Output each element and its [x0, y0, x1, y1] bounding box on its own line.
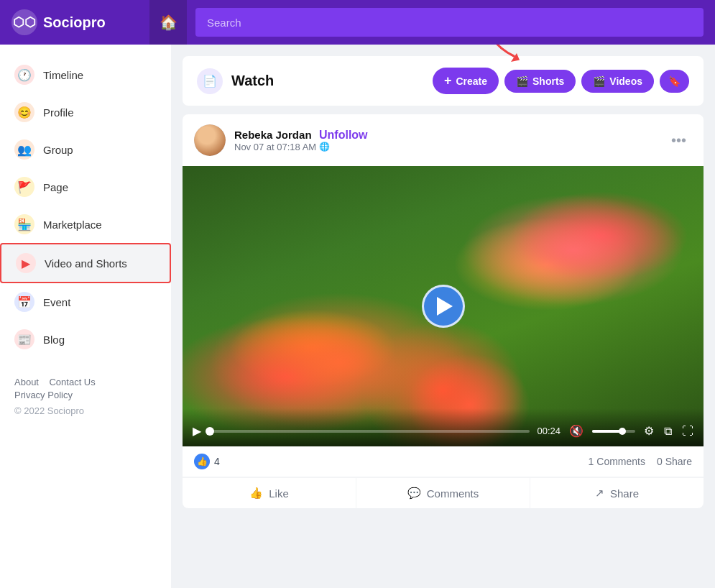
plus-icon: +	[444, 73, 452, 88]
post-author-line: Rebeka Jordan Unfollow	[234, 129, 657, 142]
comment-action-label: Comments	[427, 487, 479, 500]
copyright: © 2022 Sociopro	[14, 405, 157, 416]
watch-icon: 📄	[197, 68, 223, 94]
play-triangle-icon	[437, 297, 453, 316]
watch-header-card: 📄 Watch + Create 🎬 Shorts 🎬 Videos 🔖	[183, 56, 704, 106]
volume-bar[interactable]	[592, 430, 635, 433]
post-card: Rebeka Jordan Unfollow Nov 07 at 07:18 A…	[183, 114, 704, 508]
play-pause-button[interactable]: ▶	[191, 423, 203, 439]
comment-action-button[interactable]: 💬 Comments	[356, 478, 530, 508]
timeline-icon: 🕐	[14, 65, 34, 85]
sidebar-item-label: Event	[43, 296, 70, 308]
bookmark-icon: 🔖	[668, 75, 681, 87]
topnav: ⬡⬡ Sociopro 🏠	[0, 0, 715, 45]
marketplace-icon: 🏪	[14, 214, 34, 234]
like-action-label: Like	[269, 487, 289, 500]
sidebar-item-label: Video and Shorts	[45, 257, 127, 270]
post-header: Rebeka Jordan Unfollow Nov 07 at 07:18 A…	[183, 114, 704, 166]
sidebar-item-event[interactable]: 📅 Event	[0, 283, 171, 321]
search-input[interactable]	[195, 8, 704, 37]
share-action-label: Share	[610, 487, 639, 500]
profile-icon: 😊	[14, 102, 34, 122]
sidebar-item-marketplace[interactable]: 🏪 Marketplace	[0, 206, 171, 243]
sidebar-footer: About Contact Us Privacy Policy © 2022 S…	[0, 364, 171, 428]
avatar-image	[194, 124, 226, 156]
like-action-button[interactable]: 👍 Like	[183, 478, 356, 508]
comment-action-icon: 💬	[407, 487, 421, 500]
time-display: 00:24	[537, 426, 561, 436]
shares-label: Share	[665, 456, 692, 467]
volume-fill	[592, 430, 622, 433]
page-icon: 🚩	[14, 177, 34, 197]
create-button[interactable]: + Create	[433, 68, 499, 94]
sidebar-item-label: Blog	[43, 334, 65, 346]
group-icon: 👥	[14, 139, 34, 160]
shares-stat: 0 Share	[657, 456, 692, 467]
volume-thumb	[619, 428, 626, 435]
post-timestamp: Nov 07 at 07:18 AM 🌐	[234, 142, 657, 152]
like-count: 👍 4	[194, 454, 220, 469]
sidebar: 🕐 Timeline 😊 Profile 👥 Group 🚩 Page 🏪 Ma…	[0, 45, 171, 588]
unfollow-button[interactable]: Unfollow	[319, 129, 368, 141]
svg-marker-0	[511, 53, 520, 62]
app-name: Sociopro	[43, 14, 106, 31]
logo: ⬡⬡ Sociopro	[11, 9, 141, 35]
privacy-link[interactable]: Privacy Policy	[14, 390, 73, 400]
sidebar-item-page[interactable]: 🚩 Page	[0, 168, 171, 206]
sidebar-item-group[interactable]: 👥 Group	[0, 131, 171, 168]
play-button-center[interactable]	[422, 285, 465, 328]
settings-button[interactable]: ⚙	[642, 423, 655, 439]
post-author: Rebeka Jordan	[234, 129, 312, 141]
comment-share-count: 1 Comments 0 Share	[589, 456, 692, 467]
progress-bar[interactable]	[210, 430, 530, 433]
video-player[interactable]: ▶ 00:24 🔇 ⚙ ⧉ ⛶	[183, 166, 704, 446]
likes-number: 4	[214, 456, 220, 467]
share-action-button[interactable]: ↗ Share	[530, 478, 704, 508]
sidebar-item-timeline[interactable]: 🕐 Timeline	[0, 56, 171, 93]
logo-icon: ⬡⬡	[11, 9, 37, 35]
fullscreen-button[interactable]: ⛶	[681, 423, 695, 439]
mute-button[interactable]: 🔇	[568, 423, 585, 439]
home-button[interactable]: 🏠	[149, 0, 187, 45]
contact-link[interactable]: Contact Us	[49, 377, 95, 387]
sidebar-item-label: Group	[43, 144, 73, 156]
video-icon: ▶	[16, 253, 36, 273]
sidebar-item-label: Profile	[43, 106, 74, 119]
sidebar-item-video-and-shorts[interactable]: ▶ Video and Shorts	[0, 243, 171, 283]
blog-icon: 📰	[14, 329, 34, 349]
post-actions: 👍 Like 💬 Comments ↗ Share	[183, 477, 704, 508]
video-controls: ▶ 00:24 🔇 ⚙ ⧉ ⛶	[183, 408, 704, 446]
sidebar-item-blog[interactable]: 📰 Blog	[0, 321, 171, 358]
post-meta: Rebeka Jordan Unfollow Nov 07 at 07:18 A…	[234, 129, 657, 152]
share-action-icon: ↗	[595, 487, 604, 500]
create-label: Create	[456, 75, 487, 87]
comments-stat: 1 Comments	[589, 456, 645, 467]
watch-actions: + Create 🎬 Shorts 🎬 Videos 🔖	[433, 68, 689, 94]
timestamp-text: Nov 07 at 07:18 AM	[234, 142, 316, 152]
avatar	[194, 124, 226, 156]
sidebar-item-label: Marketplace	[43, 219, 102, 231]
like-thumb-icon: 👍	[194, 454, 210, 469]
sidebar-item-label: Timeline	[43, 69, 83, 81]
videos-label: Videos	[609, 75, 642, 87]
post-more-button[interactable]: •••	[665, 129, 692, 152]
pip-button[interactable]: ⧉	[663, 423, 673, 439]
main-layout: 🕐 Timeline 😊 Profile 👥 Group 🚩 Page 🏪 Ma…	[0, 0, 715, 588]
sidebar-item-label: Page	[43, 181, 68, 193]
videos-button[interactable]: 🎬 Videos	[581, 70, 654, 93]
watch-title: Watch	[231, 73, 424, 89]
comments-label: Comments	[596, 456, 645, 467]
like-action-icon: 👍	[249, 487, 263, 500]
sidebar-item-profile[interactable]: 😊 Profile	[0, 93, 171, 131]
post-stats: 👍 4 1 Comments 0 Share	[183, 446, 704, 477]
shorts-button[interactable]: 🎬 Shorts	[504, 70, 576, 93]
shorts-label: Shorts	[532, 75, 564, 87]
main-content: 📄 Watch + Create 🎬 Shorts 🎬 Videos 🔖	[171, 45, 715, 588]
about-link[interactable]: About	[14, 377, 39, 387]
globe-icon: 🌐	[319, 142, 330, 152]
shorts-video-icon: 🎬	[516, 75, 528, 87]
videos-icon: 🎬	[593, 75, 605, 87]
event-icon: 📅	[14, 292, 34, 312]
bookmark-button[interactable]: 🔖	[660, 70, 689, 93]
progress-thumb	[206, 427, 214, 436]
